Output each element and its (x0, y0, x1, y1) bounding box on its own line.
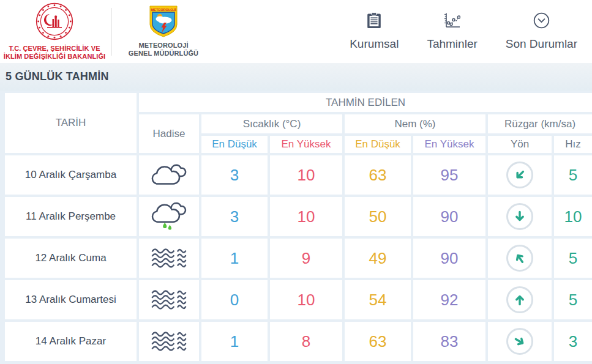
col-header-predicted: TAHMİN EDİLEN (139, 93, 592, 112)
ministry-logo-line1: T.C. ÇEVRE, ŞEHİRCİLİK VE (4, 45, 105, 53)
hum-min-value: 49 (345, 239, 411, 278)
hum-max-value: 83 (413, 322, 485, 361)
col-header-event: Hadise (139, 114, 199, 153)
main-nav: Kurumsal (350, 12, 577, 51)
col-header-wind: Rüzgar (km/sa) (488, 114, 592, 133)
section-title-bar: 5 GÜNLÜK TAHMİN (0, 63, 592, 91)
nav-label: Son Durumlar (506, 37, 577, 51)
wind-dir-cell (488, 155, 552, 195)
weather-fog-icon (139, 239, 199, 278)
weather-cloudy-icon (139, 155, 199, 195)
temp-max-value: 10 (270, 280, 342, 319)
row-date: 14 Aralık Pazar (5, 322, 137, 361)
forecast-table: TARİH TAHMİN EDİLEN Hadise Sıcaklık (°C)… (5, 93, 592, 361)
nav-item-kurumsal[interactable]: Kurumsal (350, 12, 399, 51)
mgm-logo[interactable]: METEOROLOJİ METEOROLOJİ GENEL MÜDÜRLÜĞÜ (117, 6, 210, 58)
hum-max-value: 95 (413, 155, 485, 195)
mgm-logo-text: METEOROLOJİ GENEL MÜDÜRLÜĞÜ (129, 42, 198, 58)
temp-min-value: 3 (201, 197, 268, 236)
col-header-hum-max: En Yüksek (413, 136, 485, 153)
wind-arrow-southwest-icon (506, 162, 533, 188)
line-chart-icon (444, 12, 460, 32)
col-header-temp-min: En Düşük (201, 136, 268, 153)
weather-fog-icon (139, 322, 199, 361)
col-header-hum-min: En Düşük (345, 136, 411, 153)
wind-speed-value: 5 (554, 155, 592, 195)
temp-max-value: 8 (270, 322, 342, 361)
nav-item-son-durumlar[interactable]: Son Durumlar (506, 12, 577, 51)
mgm-logo-line1: METEOROLOJİ (129, 42, 198, 50)
hum-min-value: 54 (345, 280, 411, 319)
hum-min-value: 63 (345, 155, 411, 195)
mgm-shield-label: METEOROLOJİ (151, 8, 176, 12)
wind-dir-cell (488, 322, 552, 361)
weather-fog-icon (139, 280, 199, 319)
hum-max-value: 90 (413, 197, 485, 236)
wind-arrow-north-icon (506, 286, 533, 313)
col-header-wind-speed: Hız (554, 136, 592, 153)
temp-min-value: 1 (201, 239, 268, 278)
col-header-temp-max: En Yüksek (270, 136, 342, 153)
temp-min-value: 3 (201, 155, 268, 195)
col-header-temperature: Sıcaklık (°C) (201, 114, 342, 133)
hum-max-value: 92 (413, 280, 485, 319)
logo-group: T.C. ÇEVRE, ŞEHİRCİLİK VE İKLİM DEĞİŞİKL… (2, 2, 210, 61)
mgm-shield-icon: METEOROLOJİ (149, 6, 178, 40)
nav-item-tahminler[interactable]: Tahminler (427, 12, 477, 51)
row-date: 13 Aralık Cumartesi (5, 280, 137, 319)
ministry-logo-line2: İKLİM DEĞİŞİKLİĞİ BAKANLIĞI (4, 53, 105, 61)
wind-arrow-south-icon (506, 203, 533, 230)
temp-max-value: 10 (270, 197, 342, 236)
weather-rainy-icon (139, 197, 199, 236)
wind-dir-cell (488, 197, 552, 236)
wind-arrow-north-northwest-icon (506, 245, 533, 272)
wind-speed-value: 3 (554, 322, 592, 361)
row-date: 12 Aralık Cuma (5, 239, 137, 278)
clipboard-icon (367, 12, 381, 32)
ministry-logo-text: T.C. ÇEVRE, ŞEHİRCİLİK VE İKLİM DEĞİŞİKL… (4, 45, 105, 61)
temp-min-value: 0 (201, 280, 268, 319)
col-header-wind-dir: Yön (488, 136, 552, 153)
temp-max-value: 9 (270, 239, 342, 278)
ministry-logo[interactable]: T.C. ÇEVRE, ŞEHİRCİLİK VE İKLİM DEĞİŞİKL… (2, 2, 107, 61)
row-date: 11 Aralık Perşembe (5, 197, 137, 236)
wind-arrow-southeast-icon (506, 328, 533, 355)
wind-speed-value: 5 (554, 239, 592, 278)
temp-min-value: 1 (201, 322, 268, 361)
hum-min-value: 63 (345, 322, 411, 361)
logo-divider (111, 8, 112, 56)
circle-chevron-down-icon (533, 12, 550, 32)
forecast-section: TARİH TAHMİN EDİLEN Hadise Sıcaklık (°C)… (0, 91, 592, 364)
row-date: 10 Aralık Çarşamba (5, 155, 137, 195)
ministry-emblem-icon (36, 2, 73, 43)
col-header-date: TARİH (5, 93, 137, 153)
page-title: 5 GÜNLÜK TAHMİN (6, 70, 109, 83)
wind-speed-value: 5 (554, 280, 592, 319)
wind-speed-value: 10 (554, 197, 592, 236)
hum-max-value: 90 (413, 239, 485, 278)
mgm-logo-line2: GENEL MÜDÜRLÜĞÜ (129, 50, 198, 58)
wind-dir-cell (488, 280, 552, 319)
hum-min-value: 50 (345, 197, 411, 236)
nav-label: Kurumsal (350, 37, 399, 51)
col-header-humidity: Nem (%) (345, 114, 485, 133)
top-header: T.C. ÇEVRE, ŞEHİRCİLİK VE İKLİM DEĞİŞİKL… (0, 0, 592, 63)
wind-dir-cell (488, 239, 552, 278)
nav-label: Tahminler (427, 37, 477, 51)
temp-max-value: 10 (270, 155, 342, 195)
